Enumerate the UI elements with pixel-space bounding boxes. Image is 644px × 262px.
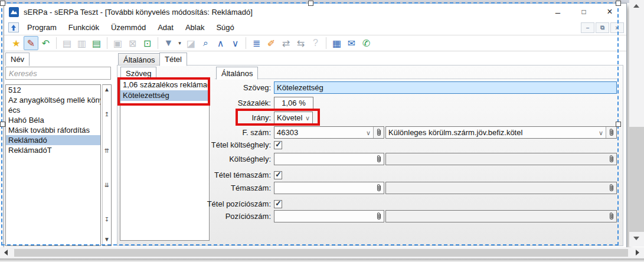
nav-page-up-icon[interactable]: ⇈ (103, 148, 111, 154)
notes-icon[interactable]: ▤ (89, 36, 104, 50)
new-record-icon[interactable]: ★ (9, 36, 24, 50)
name-list[interactable]: 512Az anyagköltség mellé könyveécsHahó B… (5, 84, 101, 246)
tab-szoveg-label: Szöveg (126, 69, 151, 78)
tab-szoveg[interactable]: Szöveg (120, 67, 156, 80)
szazalek-field[interactable] (274, 97, 313, 109)
search-icon[interactable]: ⌕ (198, 36, 213, 50)
save-icon[interactable]: ▣ (110, 36, 125, 50)
scroll-down-icon[interactable] (633, 237, 639, 240)
menu-item-ablak[interactable]: Ablak (179, 21, 211, 34)
fszam-value: 46303 (274, 128, 364, 137)
annotation-handle[interactable] (616, 122, 621, 127)
tetel-temaszam-checkbox[interactable] (274, 171, 282, 179)
fszam-combobox[interactable]: 46303 (274, 126, 384, 139)
annotation-handle[interactable] (616, 1, 621, 6)
maximize-button[interactable]: □ (571, 4, 597, 19)
list-item-512[interactable]: 512 (6, 85, 100, 95)
mdi-minimize-button[interactable]: – (581, 22, 594, 33)
chevron-down-icon[interactable] (364, 128, 373, 137)
vertical-scrollbar-thumb[interactable] (629, 127, 644, 232)
paperclip-icon[interactable] (374, 182, 384, 194)
save-refresh-icon[interactable]: ⊡ (140, 36, 155, 50)
tetel-koltseghely-checkbox[interactable] (274, 141, 282, 149)
pozicioszam-field[interactable] (274, 210, 384, 222)
koltseghely-name-field[interactable] (385, 153, 617, 165)
print-icon[interactable]: ▤ (60, 36, 74, 50)
paperclip-icon[interactable] (374, 153, 384, 165)
menu-item-sugo[interactable]: Súgó (210, 21, 240, 34)
doc-help-icon[interactable]: ? (308, 36, 323, 50)
annotation-handle[interactable] (0, 1, 5, 6)
list-item-az-anyagkoltseg-melle-konyve[interactable]: Az anyagköltség mellé könyve (6, 95, 100, 105)
nav-first-icon[interactable]: ↥ (103, 111, 111, 117)
nav-page-down-icon[interactable]: ⇊ (103, 182, 111, 188)
paperclip-icon[interactable] (373, 127, 384, 138)
annotation-handle[interactable] (0, 122, 5, 127)
tab-nev[interactable]: Név (5, 53, 30, 66)
tetel-pozicioszam-checkbox[interactable] (274, 200, 282, 208)
filter-dropdown-caret-icon[interactable]: ▾ (176, 36, 184, 50)
chevron-down-icon[interactable] (596, 128, 606, 137)
temaszam-field[interactable] (274, 182, 384, 194)
scroll-right-icon[interactable] (636, 250, 639, 256)
horizontal-scrollbar-thumb[interactable] (14, 249, 628, 257)
prev-record-icon[interactable]: ∧ (213, 36, 228, 50)
pozicioszam-name-field[interactable] (385, 210, 617, 222)
highlight-icon[interactable]: ✐ (264, 36, 279, 50)
koltseghely-label: Költséghely: (147, 153, 271, 165)
list-item-reklamado[interactable]: Reklámadó (6, 135, 100, 145)
calculator-icon[interactable]: ▦ (329, 36, 344, 50)
list-item-reklamadot[interactable]: ReklámadóT (6, 145, 100, 155)
scroll-left-icon[interactable] (4, 250, 8, 256)
tab-form-altalanos[interactable]: Általános (216, 67, 258, 80)
insert-row-icon[interactable]: ≣ (249, 36, 264, 50)
next-record-icon[interactable]: ∨ (228, 36, 243, 50)
search-input[interactable] (5, 67, 111, 80)
app-window: sERPa - sERPa Teszt - [További könyvelés… (4, 3, 627, 248)
phone-icon[interactable]: ✆ (359, 36, 374, 50)
paperclip-icon[interactable] (606, 153, 616, 165)
paperclip-icon[interactable] (606, 211, 616, 222)
irany-combobox[interactable]: Követel (274, 112, 313, 124)
edit-record-icon[interactable]: ✎ (24, 36, 38, 50)
mdi-child-icon[interactable] (8, 22, 19, 32)
minimize-button[interactable]: – (545, 4, 571, 19)
filter-page-icon[interactable]: ◪ (184, 36, 198, 50)
record-nav-strip: ▲↥⇈⇊↧▼ (102, 84, 112, 246)
tetel-koltseghely-label: Tétel költséghely: (147, 139, 271, 151)
paperclip-icon[interactable] (606, 182, 616, 194)
temaszam-name-field[interactable] (385, 182, 617, 194)
titlebar[interactable]: sERPa - sERPa Teszt - [További könyvelés… (4, 4, 626, 20)
annotation-handle[interactable] (308, 1, 313, 6)
undo-icon[interactable]: ↶ (38, 36, 53, 50)
tab-altalanos[interactable]: Általános (118, 53, 160, 66)
mail-icon[interactable]: ✉ (344, 36, 359, 50)
transfer-in-icon[interactable]: ⇄ (279, 36, 293, 50)
mdi-restore-button[interactable]: ⧉ (596, 22, 609, 33)
save-close-icon[interactable]: ⊠ (125, 36, 140, 50)
list-item-haho-bela[interactable]: Hahó Béla (6, 115, 100, 125)
scroll-up-icon[interactable] (633, 4, 639, 8)
menu-item-program[interactable]: Program (21, 21, 63, 34)
menu-item-funkciok[interactable]: Funkciók (63, 21, 105, 34)
window-title: sERPa - sERPa Teszt - [További könyvelés… (24, 8, 253, 17)
nav-up-icon[interactable]: ▲ (103, 86, 111, 93)
mdi-close-button[interactable]: × (610, 22, 624, 33)
list-item-ecs[interactable]: écs (6, 105, 100, 115)
nav-last-icon[interactable]: ↧ (103, 216, 111, 222)
nav-down-icon[interactable]: ▼ (103, 236, 111, 243)
filter-icon[interactable]: ▼ (161, 36, 176, 50)
szoveg-field[interactable] (274, 81, 617, 94)
koltseghely-field[interactable] (274, 153, 384, 165)
close-button[interactable]: × (597, 4, 623, 19)
print-preview-icon[interactable]: ▥ (74, 36, 89, 50)
paperclip-icon[interactable] (606, 127, 616, 138)
transfer-out-icon[interactable]: ⇆ (293, 36, 308, 50)
tab-tetel[interactable]: Tétel (159, 53, 187, 66)
menu-item-uzemmod[interactable]: Üzemmód (105, 21, 152, 34)
paperclip-icon[interactable] (374, 211, 384, 222)
fszam-name-combobox[interactable]: Különleges körülm.szárm.jöv.befiz.kötel (385, 126, 617, 139)
menu-item-adat[interactable]: Adat (152, 21, 179, 34)
chevron-down-icon[interactable] (303, 113, 312, 122)
list-item-masik-tovabbi-raforditas[interactable]: Másik további ráfordítás (6, 125, 100, 135)
